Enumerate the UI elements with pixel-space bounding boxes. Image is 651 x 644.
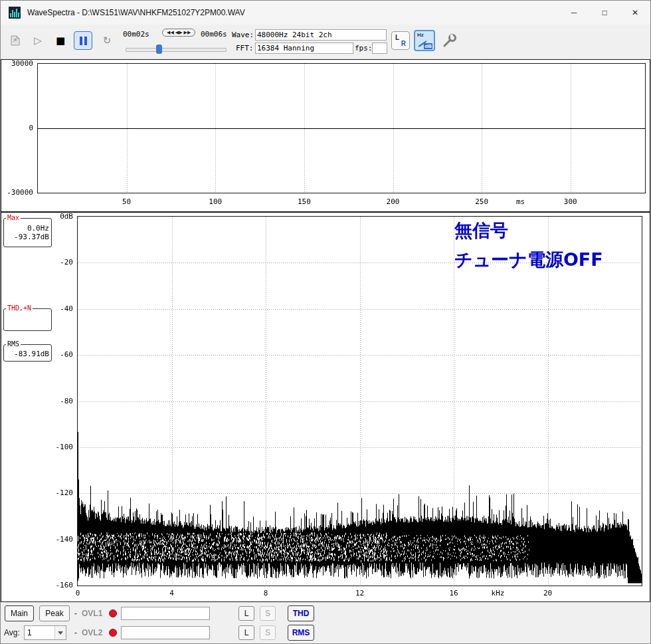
time-total: 00m06s	[201, 30, 227, 39]
annotation-line2: チューナ電源OFF	[454, 250, 603, 270]
waveform-plot	[37, 63, 646, 193]
max-readout: Max 0.0Hz -93.37dB	[3, 218, 52, 247]
pause-button[interactable]	[74, 31, 92, 50]
fps-label: fps:	[355, 44, 373, 53]
axis-tick-label: kHz	[492, 589, 505, 597]
play-icon: ▷	[34, 36, 42, 46]
ovl1-field[interactable]	[121, 607, 210, 620]
wave-format-field[interactable]	[255, 29, 387, 41]
fft-settings-field[interactable]	[255, 43, 353, 54]
toolbar: ▷ ■ ↻ 00m02s ◀◀ ◀▶ ▶▶ 00m06s Wave: FFT: …	[1, 25, 650, 59]
axis-tick-label: 50	[122, 197, 131, 206]
main-view-button[interactable]: Main	[5, 605, 34, 621]
thd-button[interactable]: THD	[288, 605, 314, 621]
hz-db-scale-button[interactable]: Hz dB	[414, 30, 435, 51]
axis-tick-label: 20	[543, 589, 552, 597]
wavespectra-window: WaveSpectra - D:\WS151\WAV\NHKFM251027Y2…	[0, 0, 651, 644]
spectrum-panel: Max 0.0Hz -93.37dB THD,+N RMS -83.91dB 0…	[1, 212, 650, 602]
record-file-icon	[9, 34, 22, 47]
statusbar: Main Peak - OVL1 L S THD Avg: 1 - OVL2 L…	[1, 602, 650, 643]
annotation-line1: 無信号	[454, 221, 603, 241]
settings-button[interactable]	[440, 31, 459, 50]
peak-button[interactable]: Peak	[39, 605, 70, 621]
ovl1-indicator	[109, 609, 117, 617]
max-label: Max	[6, 214, 21, 221]
axis-tick-label: 8	[264, 589, 268, 597]
axis-tick-label: ms	[516, 197, 525, 206]
axis-tick-label: 16	[449, 589, 458, 597]
seek-slider-track	[126, 48, 227, 52]
close-button[interactable]: ✕	[620, 1, 650, 25]
record-button[interactable]	[6, 31, 25, 50]
seek-button-group[interactable]: ◀◀ ◀▶ ▶▶	[162, 29, 195, 37]
loop-button[interactable]: ↻	[98, 31, 116, 50]
seek-slider[interactable]	[126, 45, 227, 54]
seek-back-icon[interactable]: ◀◀	[167, 30, 174, 35]
axis-tick-label: 300	[564, 197, 577, 206]
axis-tick-label: 200	[387, 197, 400, 206]
minimize-button[interactable]: ─	[559, 1, 589, 25]
annotation-text: 無信号 チューナ電源OFF	[454, 221, 603, 269]
pause-icon	[80, 37, 87, 45]
avg-count-value: 1	[25, 628, 54, 637]
stereo-button-2[interactable]: S	[260, 625, 276, 640]
thd-n-label: THD,+N	[6, 304, 33, 312]
window-title: WaveSpectra - D:\WS151\WAV\NHKFM251027Y2…	[27, 8, 245, 17]
axis-tick-label: 0	[3, 124, 33, 132]
wrench-icon	[442, 33, 457, 48]
ovl2-label: OVL2	[82, 628, 102, 637]
thd-readout: THD,+N	[3, 308, 52, 331]
axis-tick-label: -140	[9, 535, 73, 544]
axis-tick-label: 100	[209, 197, 222, 206]
axis-tick-label: -80	[9, 397, 73, 405]
seek-slider-thumb[interactable]	[156, 45, 162, 54]
wave-format-label: Wave:	[232, 31, 254, 39]
fft-label: FFT:	[236, 44, 254, 53]
axis-tick-label: -30000	[3, 188, 33, 197]
titlebar: WaveSpectra - D:\WS151\WAV\NHKFM251027Y2…	[1, 1, 650, 25]
ovl2-field[interactable]	[121, 626, 210, 639]
avg-count-select[interactable]: 1	[24, 625, 66, 640]
lr-channel-button[interactable]: L R	[391, 31, 410, 50]
axis-tick-label: -160	[9, 581, 73, 590]
maximize-button[interactable]: □	[589, 1, 620, 25]
ovl1-label: OVL1	[82, 609, 102, 618]
rms-button[interactable]: RMS	[288, 625, 314, 641]
dash-separator: -	[74, 609, 77, 618]
axis-tick-label: -100	[9, 443, 73, 451]
max-level-value: -93.37dB	[4, 233, 51, 241]
rms-readout: RMS -83.91dB	[3, 344, 52, 362]
fps-field[interactable]	[372, 43, 387, 54]
axis-tick-label: 4	[169, 589, 174, 597]
loop-icon: ↻	[103, 36, 112, 46]
stereo-button-1[interactable]: S	[260, 606, 276, 621]
rms-label: RMS	[6, 340, 21, 348]
axis-tick-label: 30000	[3, 59, 33, 68]
waveform-panel: 300000-30000 50100150200250300ms	[1, 59, 650, 212]
ovl2-indicator	[109, 629, 117, 637]
play-button[interactable]: ▷	[29, 31, 47, 50]
left-channel-label: L	[395, 34, 399, 41]
left-channel-button-2[interactable]: L	[238, 625, 254, 640]
stop-icon: ■	[56, 36, 65, 46]
axis-tick-label: -20	[9, 258, 73, 267]
seek-step-icon[interactable]: ◀▶	[175, 30, 183, 35]
left-channel-button-1[interactable]: L	[238, 606, 254, 621]
axis-tick-label: 250	[475, 197, 488, 206]
right-channel-label: R	[401, 40, 406, 47]
seek-forward-icon[interactable]: ▶▶	[184, 30, 191, 35]
db-label: dB	[424, 43, 432, 49]
axis-tick-label: 150	[298, 197, 311, 206]
chevron-down-icon[interactable]	[54, 626, 66, 639]
window-controls: ─ □ ✕	[559, 1, 650, 25]
axis-tick-label: -120	[9, 488, 73, 497]
time-position: 00m02s	[123, 30, 149, 39]
avg-label: Avg:	[4, 628, 20, 637]
hz-label: Hz	[417, 32, 424, 38]
stop-button[interactable]: ■	[51, 31, 70, 50]
dash-separator: -	[74, 628, 77, 637]
axis-tick-label: 0	[76, 589, 80, 597]
app-icon	[9, 7, 21, 19]
spectrum-plot	[77, 216, 642, 586]
axis-tick-label: 12	[355, 589, 364, 597]
